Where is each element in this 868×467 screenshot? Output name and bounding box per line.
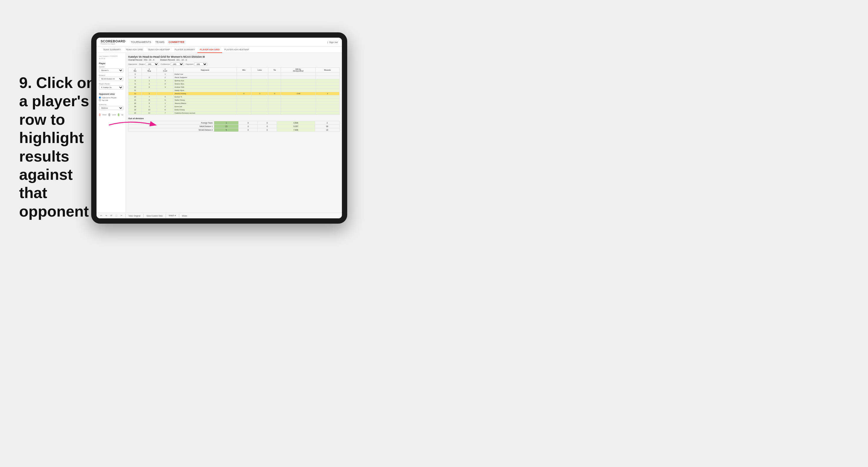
sidebar-player-title: Player	[99, 62, 123, 65]
division-record: Division Record: 331 - 34 - 6	[160, 59, 187, 61]
filter-opponent-group: Opponent (All)	[186, 62, 208, 66]
sidebar-colour-by-select[interactable]: Win/loss	[99, 106, 123, 110]
tab-team-summary[interactable]: TEAM SUMMARY	[101, 47, 123, 53]
out-table-row[interactable]: Foreign Team1004.5002	[129, 121, 340, 125]
legend-down-label: Down	[102, 114, 106, 116]
share-button[interactable]: Share	[181, 215, 188, 217]
legend-up-dot	[118, 113, 120, 116]
main-content: Last Updated: 27/03/2024 16:55:28 Player…	[96, 53, 342, 213]
division-record-label: Division Record:	[160, 59, 175, 61]
logo-area: SCOREBOARD Powered by clippd	[101, 39, 125, 45]
out-table-row[interactable]: NCAA Division 25007.40010	[129, 128, 340, 132]
table-row[interactable]: 613Sydney Kuo	[129, 79, 340, 83]
nav-committee[interactable]: COMMITTEE	[168, 41, 185, 43]
view-original-button[interactable]: View: Original	[128, 215, 141, 217]
watch-button[interactable]: Watch ▾	[168, 214, 177, 217]
table-row[interactable]: 1063Andrea York	[129, 86, 340, 89]
overall-record: Overall Record: 353 - 34 - 6	[128, 59, 154, 61]
division-record-value: 331 - 34 - 6	[176, 59, 187, 61]
table-row[interactable]: 914Sharon Mun	[129, 83, 340, 86]
main-title: Katelyn Vo Head-to-Head Grid for Women's…	[128, 55, 340, 58]
sidebar-gender-label: Gender	[99, 66, 123, 68]
data-panel: Katelyn Vo Head-to-Head Grid for Women's…	[126, 53, 342, 213]
cut-button[interactable]: ✂	[120, 214, 123, 217]
table-row[interactable]: 1585Stella Cheng	[129, 99, 340, 102]
sidebar-colour-by-label: Colour by	[99, 103, 123, 105]
filter-conference-label: Conference	[161, 63, 170, 65]
table-row[interactable]: 1474Eunice Yi	[129, 95, 340, 99]
filter-opponents-label: Opponents:	[128, 63, 137, 65]
radio-label-opponents-played: Opponents Played	[102, 97, 116, 99]
sidebar-radio-group: Opponents Played Top 100	[99, 96, 123, 101]
col-header-tie: Tie	[268, 68, 281, 73]
tab-player-h2h-grid[interactable]: PLAYER H2H GRID	[197, 47, 222, 53]
col-header-win: Win	[237, 68, 251, 73]
sidebar-player-rank-label: Player (Rank)	[99, 83, 123, 85]
table-row[interactable]: 20117Federica Domecq Lacroze	[129, 112, 340, 115]
filter-region-label: Region	[139, 63, 145, 65]
logo-text: SCOREBOARD	[101, 39, 125, 43]
reset-button[interactable]: ⟳	[110, 214, 113, 217]
nav-left: SCOREBOARD Powered by clippd TOURNAMENTS…	[101, 39, 185, 45]
tab-player-summary[interactable]: PLAYER SUMMARY	[173, 47, 197, 53]
radio-label-top100: Top 100	[102, 99, 108, 101]
sidebar-gender-select[interactable]: Women's	[99, 68, 123, 72]
grid-button[interactable]: ⬚	[115, 214, 118, 217]
toolbar-sep4	[179, 214, 179, 217]
overall-record-value: 353 - 34 - 6	[144, 59, 154, 61]
undo-button[interactable]: ↩	[99, 214, 103, 217]
sign-out-link[interactable]: Sign out	[329, 41, 338, 43]
nav-teams[interactable]: TEAMS	[155, 41, 164, 43]
col-header-reg: #Reg	[142, 68, 157, 73]
col-header-conf: #Conf	[157, 68, 174, 73]
table-row[interactable]: 1691Jessica Mason	[129, 102, 340, 105]
toolbar-sep2	[143, 214, 144, 217]
toolbar-sep1	[125, 214, 126, 217]
filter-region-select[interactable]: (All)	[146, 62, 159, 66]
table-row[interactable]: 19106Emily Chang	[129, 108, 340, 112]
h2h-grid-table: #Div #Reg #Conf Opponent Win Loss Tie Di…	[128, 67, 340, 115]
filter-conference-select[interactable]: (All)	[170, 62, 184, 66]
data-records: Overall Record: 353 - 34 - 6 Division Re…	[128, 59, 340, 61]
sidebar-division-select[interactable]: NCAA Division III	[99, 77, 123, 81]
sidebar-radio-top100[interactable]: Top 100	[99, 99, 123, 101]
table-row[interactable]: 522Alexis Sudjianto	[129, 76, 340, 79]
sub-nav: TEAM SUMMARY TEAM H2H GRID TEAM H2H HEAT…	[96, 47, 342, 53]
logo-sub: Powered by clippd	[101, 43, 125, 45]
filter-region-group: Region (All)	[139, 62, 159, 66]
bottom-toolbar: ↩ ↪ ⟳ ⬚ ✂ View: Original Save Custom Vie…	[96, 213, 342, 218]
tablet-screen: SCOREBOARD Powered by clippd TOURNAMENTS…	[96, 38, 342, 218]
tab-team-h2h-heatmap[interactable]: TEAM H2H HEATMAP	[145, 47, 173, 53]
table-row[interactable]: 11Haeijn Hyun	[129, 89, 340, 92]
table-row[interactable]: 31Esther Lee	[129, 73, 340, 76]
col-header-loss: Loss	[251, 68, 268, 73]
nav-bar: SCOREBOARD Powered by clippd TOURNAMENTS…	[96, 38, 342, 47]
tab-player-h2h-heatmap[interactable]: PLAYER H2H HEATMAP	[222, 47, 252, 53]
out-of-division-table: Foreign Team1004.5002NAIA Division 11500…	[128, 121, 340, 132]
redo-button[interactable]: ↪	[104, 214, 108, 217]
col-header-diff: Diff AvStrokes/Rnd	[281, 68, 315, 73]
legend-row: Down Level Up	[99, 113, 123, 116]
legend-down-dot	[99, 113, 101, 116]
table-row[interactable]: 131Jessica Huang010-3.002	[129, 92, 340, 95]
tablet-frame: SCOREBOARD Powered by clippd TOURNAMENTS…	[91, 32, 347, 224]
tab-team-h2h-grid[interactable]: TEAM H2H GRID	[123, 47, 145, 53]
legend-level-dot	[108, 113, 110, 116]
sidebar-radio-opponents-played[interactable]: Opponents Played	[99, 96, 123, 99]
legend-level-label: Level	[112, 114, 116, 116]
sidebar-timestamp: Last Updated: 27/03/2024 16:55:28	[99, 55, 123, 60]
sidebar-player-rank-select[interactable]: 8. Katelyn Vo	[99, 85, 123, 89]
table-row[interactable]: 1822Euna Lee	[129, 105, 340, 108]
col-header-rounds: Rounds	[315, 68, 339, 73]
legend-up-label: Up	[121, 114, 123, 116]
nav-tournaments[interactable]: TOURNAMENTS	[131, 41, 151, 43]
overall-record-label: Overall Record:	[128, 59, 143, 61]
step-annotation: 9. Click on a player's row to highlight …	[19, 73, 101, 220]
filter-opponent-label: Opponent	[186, 63, 193, 65]
out-table-row[interactable]: NAIA Division 115009.26730	[129, 125, 340, 128]
out-of-division-title: Out of division	[128, 117, 340, 120]
save-custom-button[interactable]: Save Custom View	[146, 215, 164, 217]
sidebar-opponent-view-label: Opponent view	[99, 93, 123, 95]
nav-separator: |	[328, 41, 328, 43]
filter-opponent-select[interactable]: (All)	[194, 62, 208, 66]
